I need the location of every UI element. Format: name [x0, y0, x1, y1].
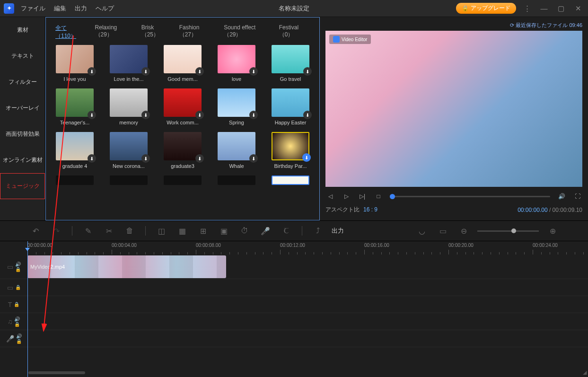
detach-icon[interactable]: ▭	[436, 224, 450, 238]
video-viewport[interactable]: Video Editor	[325, 31, 582, 187]
minimize-button[interactable]: —	[538, 2, 550, 15]
thumb-6[interactable]: ⬇memory	[105, 88, 152, 125]
thumb-1[interactable]: ⬇Love in the...	[105, 45, 152, 82]
thumb-14[interactable]: ⬇Birthday Par...	[267, 132, 314, 169]
thumb-5[interactable]: ⬇Teenager's...	[51, 88, 98, 125]
thumb-image[interactable]: ⬇	[164, 88, 202, 117]
fullscreen-icon[interactable]: ⛶	[573, 192, 582, 201]
playhead[interactable]	[27, 241, 28, 377]
thumb-image[interactable]: ⬇	[218, 88, 255, 117]
menu-edit[interactable]: 編集	[54, 4, 66, 13]
menu-export[interactable]: 出力	[75, 4, 87, 13]
export-label[interactable]: 出力	[332, 227, 344, 235]
category-tab-5[interactable]: Festival（0）	[279, 24, 310, 40]
download-icon[interactable]: ⬇	[249, 111, 258, 119]
maximize-button[interactable]: ▢	[555, 2, 567, 15]
upgrade-button[interactable]: 🔒アップグレード	[456, 3, 516, 14]
voiceover-track[interactable]: 🎤🔊🔒	[0, 330, 588, 347]
cut-icon[interactable]: ✂	[102, 224, 116, 238]
thumb-7[interactable]: ⬇Work comm...	[159, 88, 206, 125]
category-tab-2[interactable]: Brisk（25）	[141, 24, 169, 40]
timeline-scrollbar[interactable]	[28, 371, 85, 374]
seek-handle[interactable]	[390, 194, 395, 199]
thumb-image[interactable]: ⬇	[272, 45, 309, 73]
thumb-image[interactable]: ⬇	[164, 45, 202, 73]
thumb-image[interactable]: ⬇	[218, 132, 255, 160]
marker-icon[interactable]: ◡	[415, 224, 429, 238]
download-icon[interactable]: ⬇	[195, 111, 204, 119]
download-icon[interactable]: ⬇	[249, 154, 258, 163]
thumb-image[interactable]: ⬇	[272, 132, 309, 160]
thumb-8[interactable]: ⬇Spring	[213, 88, 260, 125]
text-track[interactable]: T🔒	[0, 296, 588, 313]
category-tab-3[interactable]: Fashion（27）	[179, 24, 213, 40]
thumb-image[interactable]: ⬇	[110, 45, 148, 73]
sidebar-item-0[interactable]: 素材	[0, 17, 45, 43]
sidebar-item-1[interactable]: テキスト	[0, 43, 45, 69]
delete-icon[interactable]: 🗑	[123, 224, 137, 238]
download-icon[interactable]: ⬇	[195, 154, 204, 163]
next-frame-button[interactable]: ▷|	[358, 192, 367, 201]
video-track[interactable]: ▭🔊🔒 MyVideo2.mp4	[0, 254, 588, 279]
download-icon[interactable]: ⬇	[141, 154, 150, 163]
play-button[interactable]: ▷	[342, 192, 351, 201]
zoom-in-button[interactable]: ⊕	[545, 224, 560, 238]
time-ruler[interactable]: 00:00:00.0000:00:04.0000:00:08.0000:00:1…	[0, 241, 588, 254]
aspect-ratio-label[interactable]: アスペクト比16 : 9	[325, 206, 377, 214]
pip-track[interactable]: ▭🔒	[0, 279, 588, 296]
close-button[interactable]: ✕	[572, 2, 584, 15]
download-icon[interactable]: ⬇	[303, 111, 312, 119]
seek-bar[interactable]	[390, 196, 550, 197]
menu-help[interactable]: ヘルプ	[96, 4, 114, 13]
export-icon[interactable]: ⤴	[311, 224, 325, 238]
download-icon[interactable]: ⬇	[195, 67, 204, 76]
thumb-3[interactable]: ⬇love	[213, 45, 260, 82]
zoom-slider[interactable]	[477, 230, 539, 232]
sidebar-item-4[interactable]: 画面切替効果	[0, 121, 45, 147]
thumb-2[interactable]: ⬇Good mem...	[159, 45, 206, 82]
zoom-handle[interactable]	[511, 228, 516, 233]
stop-button[interactable]: □	[374, 192, 383, 201]
thumbnail-scroll[interactable]: ⬇I love you⬇Love in the...⬇Good mem...⬇l…	[46, 45, 319, 220]
thumb-image[interactable]: ⬇	[164, 132, 202, 160]
prev-frame-button[interactable]: ◁	[325, 192, 335, 201]
redo-button[interactable]: ↷	[49, 224, 63, 238]
mosaic-icon[interactable]: ▦	[175, 224, 189, 238]
speaker-icon[interactable]: 🔊🔒	[15, 262, 21, 272]
volume-icon[interactable]: 🔊	[557, 192, 566, 201]
resize-grip-icon[interactable]: ◢	[583, 369, 587, 376]
thumb-image[interactable]: ⬇	[56, 45, 94, 73]
thumb-image[interactable]: ⬇	[110, 88, 148, 117]
voiceover-icon[interactable]: 🎤	[258, 224, 272, 238]
video-clip[interactable]: MyVideo2.mp4	[27, 255, 226, 278]
zoom-out-button[interactable]: ⊖	[456, 224, 471, 238]
thumb-12[interactable]: ⬇graduate3	[159, 132, 206, 169]
sidebar-item-2[interactable]: フィルター	[0, 69, 45, 95]
category-tab-0[interactable]: 全て（110）	[55, 24, 85, 40]
thumb-image[interactable]: ⬇	[56, 88, 94, 117]
sidebar-item-5[interactable]: オンライン素材	[0, 147, 45, 173]
thumb-13[interactable]: ⬇Whale	[213, 132, 260, 169]
freeze-icon[interactable]: ▣	[217, 224, 231, 238]
thumb-image[interactable]: ⬇	[110, 132, 148, 160]
download-icon[interactable]: ⬇	[88, 154, 96, 163]
download-icon[interactable]: ⬇	[88, 67, 96, 76]
download-icon[interactable]: ⬇	[249, 67, 258, 76]
menu-file[interactable]: ファイル	[21, 4, 45, 13]
sidebar-item-3[interactable]: オーバーレイ	[0, 95, 45, 121]
category-tab-4[interactable]: Sound effect（29）	[224, 24, 269, 40]
split-icon[interactable]: ⊞	[196, 224, 210, 238]
thumb-11[interactable]: ⬇New corona...	[105, 132, 152, 169]
thumb-4[interactable]: ⬇Go travel	[267, 45, 314, 82]
thumb-9[interactable]: ⬇Happy Easter	[267, 88, 314, 125]
category-tab-1[interactable]: Relaxing（29）	[95, 24, 131, 40]
download-icon[interactable]: ⬇	[303, 67, 312, 76]
speed-icon[interactable]: ⏱	[237, 224, 252, 238]
text-icon[interactable]: Ꞇ	[279, 224, 293, 238]
more-icon[interactable]: ⋮	[521, 2, 533, 15]
thumb-0[interactable]: ⬇I love you	[51, 45, 98, 82]
crop-icon[interactable]: ◫	[154, 224, 168, 238]
thumb-image[interactable]: ⬇	[218, 45, 255, 73]
sidebar-item-6[interactable]: ミュージック	[0, 173, 45, 199]
undo-button[interactable]: ↶	[28, 224, 43, 238]
